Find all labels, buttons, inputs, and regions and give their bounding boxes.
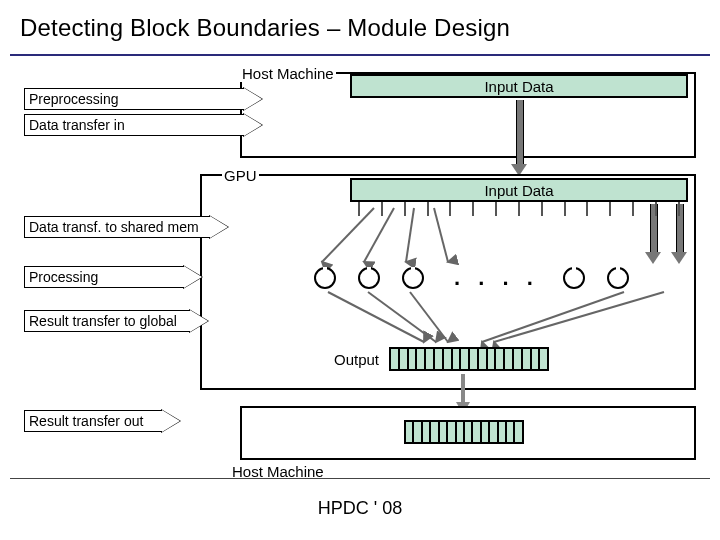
output-label: Output bbox=[334, 351, 379, 368]
output-block: Output bbox=[334, 346, 594, 372]
step-preprocessing: Preprocessing bbox=[24, 88, 262, 110]
svg-line-7 bbox=[482, 292, 624, 342]
svg-line-3 bbox=[434, 208, 448, 262]
host-result-barcode bbox=[404, 420, 524, 444]
svg-line-2 bbox=[406, 208, 414, 262]
processor-icon bbox=[607, 267, 629, 289]
processor-icon bbox=[314, 267, 336, 289]
svg-line-5 bbox=[368, 292, 436, 342]
processor-icon bbox=[358, 267, 380, 289]
output-barcode bbox=[389, 347, 549, 371]
processor-icon bbox=[402, 267, 424, 289]
step-data-transfer-shared-mem: Data transf. to shared mem bbox=[24, 216, 228, 238]
converge-arrows bbox=[324, 288, 684, 348]
input-data-gpu-bar: Input Data bbox=[350, 178, 688, 202]
fanout-arrows bbox=[314, 206, 694, 270]
svg-line-6 bbox=[410, 292, 448, 342]
title-rule bbox=[10, 54, 710, 56]
svg-line-1 bbox=[364, 208, 394, 262]
slide-title: Detecting Block Boundaries – Module Desi… bbox=[20, 14, 510, 42]
input-data-host-bar: Input Data bbox=[350, 74, 688, 98]
step-result-transfer-out: Result transfer out bbox=[24, 410, 180, 432]
svg-line-8 bbox=[494, 292, 664, 342]
footer-rule bbox=[10, 478, 710, 479]
slide: Detecting Block Boundaries – Module Desi… bbox=[0, 0, 720, 540]
processors-row: . . . . bbox=[314, 266, 694, 290]
processor-icon bbox=[563, 267, 585, 289]
step-processing: Processing bbox=[24, 266, 202, 288]
step-data-transfer-in: Data transfer in bbox=[24, 114, 262, 136]
host-machine-top-label: Host Machine bbox=[240, 66, 336, 82]
gpu-label: GPU bbox=[222, 168, 259, 184]
footer-text: HPDC ' 08 bbox=[0, 498, 720, 519]
svg-line-0 bbox=[322, 208, 374, 262]
step-result-transfer-global: Result transfer to global bbox=[24, 310, 208, 332]
arrow-host-to-gpu bbox=[512, 100, 526, 176]
svg-line-4 bbox=[328, 292, 424, 342]
diagram: Host Machine Input Data GPU Input Data bbox=[24, 70, 696, 470]
